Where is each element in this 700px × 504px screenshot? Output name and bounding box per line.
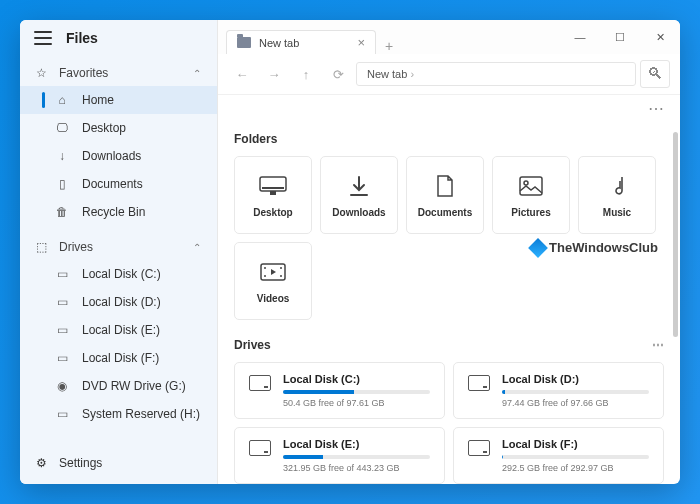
close-button[interactable]: ✕ xyxy=(640,20,680,54)
drives-header[interactable]: ⬚ Drives ⌃ xyxy=(20,234,217,260)
document-icon: ▯ xyxy=(54,177,70,191)
usage-bar xyxy=(283,390,354,394)
svg-rect-3 xyxy=(520,177,542,195)
up-button[interactable]: ↑ xyxy=(292,60,320,88)
disk-icon: ▭ xyxy=(54,351,70,365)
svg-rect-1 xyxy=(262,187,284,189)
folder-music[interactable]: Music xyxy=(578,156,656,234)
new-tab-button[interactable]: + xyxy=(376,38,402,54)
disk-icon: ▭ xyxy=(54,267,70,281)
folder-icon xyxy=(237,37,251,48)
disk-icon xyxy=(249,375,271,391)
titlebar: New tab × + — ☐ ✕ xyxy=(218,20,680,54)
logo-icon xyxy=(528,238,548,258)
folders-grid: Desktop Downloads Documents Pictures Mus… xyxy=(234,156,664,320)
folder-desktop[interactable]: Desktop xyxy=(234,156,312,234)
disk-icon: ▭ xyxy=(54,407,70,421)
download-icon xyxy=(349,173,369,199)
maximize-button[interactable]: ☐ xyxy=(600,20,640,54)
gear-icon: ⚙ xyxy=(36,456,47,470)
usage-bar xyxy=(283,455,323,459)
window-controls: — ☐ ✕ xyxy=(560,20,680,54)
drive-d[interactable]: Local Disk (D:)97.44 GB free of 97.66 GB xyxy=(453,362,664,419)
sidebar-header: Files xyxy=(20,20,217,56)
home-icon: ⌂ xyxy=(54,93,70,107)
disk-icon: ▭ xyxy=(54,295,70,309)
sidebar-item-dvd[interactable]: ◉DVD RW Drive (G:) xyxy=(20,372,217,400)
drives-section: ⬚ Drives ⌃ ▭Local Disk (C:) ▭Local Disk … xyxy=(20,230,217,432)
svg-point-8 xyxy=(280,267,282,269)
folder-pictures[interactable]: Pictures xyxy=(492,156,570,234)
sidebar-footer: ⚙ Settings xyxy=(20,442,217,484)
favorites-header[interactable]: ☆ Favorites ⌃ xyxy=(20,60,217,86)
drive-c[interactable]: Local Disk (C:)50.4 GB free of 97.61 GB xyxy=(234,362,445,419)
more-icon[interactable]: ⋯ xyxy=(648,99,664,118)
usage-bar xyxy=(502,390,505,394)
back-button[interactable]: ← xyxy=(228,60,256,88)
search-icon: 🔍︎ xyxy=(647,65,663,83)
disc-icon: ◉ xyxy=(54,379,70,393)
disk-icon: ▭ xyxy=(54,323,70,337)
settings-button[interactable]: ⚙ Settings xyxy=(36,450,201,476)
path-input[interactable]: New tab › xyxy=(356,62,636,86)
download-icon: ↓ xyxy=(54,149,70,163)
chevron-up-icon: ⌃ xyxy=(193,68,201,79)
chevron-up-icon: ⌃ xyxy=(193,242,201,253)
drive-f[interactable]: Local Disk (F:)292.5 GB free of 292.97 G… xyxy=(453,427,664,484)
drive-icon: ⬚ xyxy=(36,240,47,254)
disk-icon xyxy=(249,440,271,456)
music-icon xyxy=(608,173,626,199)
svg-point-4 xyxy=(524,181,528,185)
sidebar-item-drive-e[interactable]: ▭Local Disk (E:) xyxy=(20,316,217,344)
trash-icon: 🗑 xyxy=(54,205,70,219)
drives-grid: Local Disk (C:)50.4 GB free of 97.61 GB … xyxy=(234,362,664,484)
sidebar-item-system-reserved[interactable]: ▭System Reserved (H:) xyxy=(20,400,217,428)
app-window: Files ☆ Favorites ⌃ ⌂ Home 🖵 Desktop ↓ D… xyxy=(20,20,680,484)
folders-title: Folders xyxy=(234,132,664,146)
menu-icon[interactable] xyxy=(34,31,52,45)
tab-strip: New tab × + xyxy=(218,20,402,54)
drives-label: Drives xyxy=(59,240,93,254)
sidebar-item-desktop[interactable]: 🖵 Desktop xyxy=(20,114,217,142)
svg-point-7 xyxy=(264,275,266,277)
disk-icon xyxy=(468,440,490,456)
drive-e[interactable]: Local Disk (E:)321.95 GB free of 443.23 … xyxy=(234,427,445,484)
picture-icon xyxy=(519,173,543,199)
disk-icon xyxy=(468,375,490,391)
desktop-icon xyxy=(259,173,287,199)
sidebar-item-home[interactable]: ⌂ Home xyxy=(20,86,217,114)
sidebar-item-drive-d[interactable]: ▭Local Disk (D:) xyxy=(20,288,217,316)
content: Folders Desktop Downloads Documents Pict… xyxy=(218,122,680,484)
svg-point-6 xyxy=(264,267,266,269)
star-icon: ☆ xyxy=(36,66,47,80)
secondary-toolbar: ⋯ xyxy=(218,95,680,122)
more-icon[interactable]: ⋯ xyxy=(652,338,664,352)
app-title: Files xyxy=(66,30,98,46)
desktop-icon: 🖵 xyxy=(54,121,70,135)
folder-videos[interactable]: Videos xyxy=(234,242,312,320)
close-tab-icon[interactable]: × xyxy=(357,36,365,49)
video-icon xyxy=(260,259,286,285)
watermark: TheWindowsClub xyxy=(531,240,658,255)
minimize-button[interactable]: — xyxy=(560,20,600,54)
favorites-section: ☆ Favorites ⌃ ⌂ Home 🖵 Desktop ↓ Downloa… xyxy=(20,56,217,230)
forward-button[interactable]: → xyxy=(260,60,288,88)
sidebar: Files ☆ Favorites ⌃ ⌂ Home 🖵 Desktop ↓ D… xyxy=(20,20,218,484)
favorites-label: Favorites xyxy=(59,66,108,80)
scroll-thumb[interactable] xyxy=(673,132,678,337)
search-button[interactable]: 🔍︎ xyxy=(640,60,670,88)
main: New tab × + — ☐ ✕ ← → ↑ ⟳ New tab › 🔍︎ ⋯… xyxy=(218,20,680,484)
drives-title: Drives⋯ xyxy=(234,338,664,352)
refresh-button[interactable]: ⟳ xyxy=(324,60,352,88)
folder-downloads[interactable]: Downloads xyxy=(320,156,398,234)
sidebar-item-recyclebin[interactable]: 🗑 Recycle Bin xyxy=(20,198,217,226)
sidebar-item-drive-f[interactable]: ▭Local Disk (F:) xyxy=(20,344,217,372)
toolbar: ← → ↑ ⟳ New tab › 🔍︎ xyxy=(218,54,680,95)
tab[interactable]: New tab × xyxy=(226,30,376,54)
sidebar-item-documents[interactable]: ▯ Documents xyxy=(20,170,217,198)
sidebar-item-downloads[interactable]: ↓ Downloads xyxy=(20,142,217,170)
svg-rect-2 xyxy=(270,191,276,195)
folder-documents[interactable]: Documents xyxy=(406,156,484,234)
scrollbar[interactable] xyxy=(673,132,678,474)
sidebar-item-drive-c[interactable]: ▭Local Disk (C:) xyxy=(20,260,217,288)
